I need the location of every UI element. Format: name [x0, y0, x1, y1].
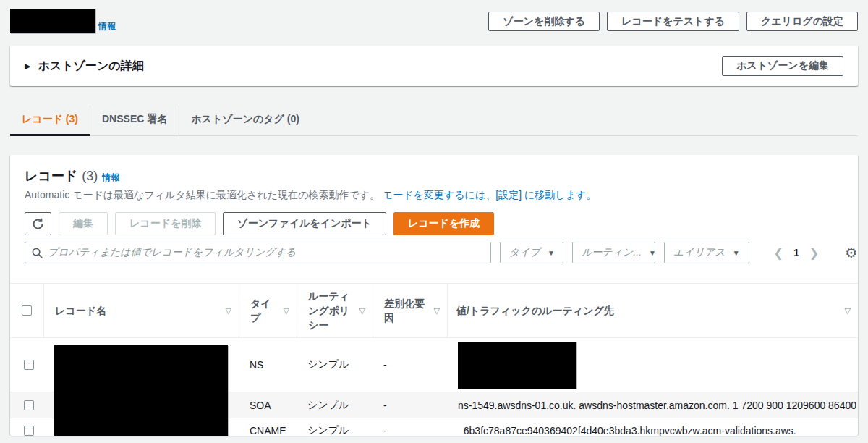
routing-filter-label: ルーティン...	[582, 246, 642, 259]
cell-type: SOA	[239, 394, 297, 417]
column-value: 値/トラフィックのルーティング先	[456, 303, 614, 318]
details-title: ホストゾーンの詳細	[38, 59, 143, 74]
expand-caret-icon: ▶	[25, 62, 30, 71]
refresh-icon	[32, 218, 44, 230]
filter-row: プロパティまたは値でレコードをフィルタリングする タイプ ▼ ルーティン... …	[10, 235, 858, 263]
cell-routing: シンプル	[297, 393, 373, 418]
create-record-button[interactable]: レコードを作成	[393, 212, 494, 235]
filter-placeholder: プロパティまたは値でレコードをフィルタリングする	[48, 246, 296, 259]
records-table: レコード名 ▽ タイプ ▽ ルーティングポリシー ▽ 差別化要因 ▽ 値/トラフ…	[10, 283, 858, 436]
sort-icon[interactable]: ▽	[430, 306, 440, 316]
delete-zone-button[interactable]: ゾーンを削除する	[488, 12, 600, 31]
column-routing-policy: ルーティングポリシー	[308, 289, 355, 333]
chevron-down-icon: ▼	[733, 249, 740, 257]
redacted-zone-name	[10, 9, 95, 33]
tab-records[interactable]: レコード (3)	[10, 106, 90, 135]
record-filter-input[interactable]: プロパティまたは値でレコードをフィルタリングする	[25, 242, 491, 263]
alias-filter-select[interactable]: エイリアス ▼	[664, 242, 749, 263]
pagination: ❮ 1 ❯	[774, 246, 820, 260]
records-panel: レコード (3) 情報 Automatic モードは最適なフィルタ結果に最適化さ…	[10, 155, 858, 436]
cell-routing: シンプル	[297, 418, 373, 436]
sort-icon[interactable]: ▽	[221, 306, 231, 316]
next-page-button[interactable]: ❯	[809, 246, 819, 260]
chevron-down-icon: ▼	[649, 249, 656, 257]
tab-dnssec-signing[interactable]: DNSSEC 署名	[90, 106, 179, 135]
sort-icon[interactable]: ▽	[355, 306, 365, 316]
test-records-button[interactable]: レコードをテストする	[607, 12, 739, 31]
import-zone-file-button[interactable]: ゾーンファイルをインポート	[223, 212, 386, 235]
column-differentiator: 差別化要因	[384, 296, 430, 326]
header-actions: ゾーンを削除する レコードをテストする クエリログの設定	[488, 9, 858, 31]
routing-filter-select[interactable]: ルーティン... ▼	[572, 242, 655, 263]
sort-icon[interactable]: ▽	[841, 306, 851, 316]
cell-differentiator: -	[373, 394, 447, 417]
cell-differentiator: -	[373, 419, 447, 436]
records-header: レコード (3) 情報 Automatic モードは最適なフィルタ結果に最適化さ…	[10, 155, 858, 202]
zone-info-link[interactable]: 情報	[98, 20, 116, 33]
current-page-number: 1	[793, 247, 799, 258]
edit-record-button[interactable]: 編集	[59, 212, 108, 235]
type-filter-select[interactable]: タイプ ▼	[500, 242, 563, 263]
records-description: Automatic モードは最適なフィルタ結果に最適化された現在の検索動作です。…	[25, 189, 843, 202]
type-filter-label: タイプ	[509, 246, 540, 259]
cell-value	[447, 342, 858, 389]
zone-title-area: 情報	[10, 9, 116, 33]
records-count: (3)	[82, 169, 98, 184]
cell-routing: シンプル	[297, 353, 373, 377]
edit-hosted-zone-button[interactable]: ホストゾーンを編集	[722, 56, 843, 76]
tab-hosted-zone-tags[interactable]: ホストゾーンのタグ (0)	[179, 106, 311, 135]
alias-filter-label: エイリアス	[673, 246, 726, 259]
delete-record-button[interactable]: レコードを削除	[115, 212, 216, 235]
cell-value: _6b3fc78a87ce940369402f4d40e3bda3.hkmpvc…	[447, 419, 858, 436]
column-type: タイプ	[250, 296, 279, 326]
search-icon	[32, 248, 43, 258]
row-checkbox[interactable]	[24, 400, 34, 410]
records-info-link[interactable]: 情報	[102, 172, 119, 185]
select-all-checkbox[interactable]	[22, 305, 32, 316]
hosted-zone-details-panel: ▶ ホストゾーンの詳細 ホストゾーンを編集	[10, 46, 858, 86]
chevron-down-icon: ▼	[548, 249, 555, 257]
table-header-row: レコード名 ▽ タイプ ▽ ルーティングポリシー ▽ 差別化要因 ▽ 値/トラフ…	[10, 283, 858, 338]
cell-type: NS	[239, 353, 297, 376]
cell-differentiator: -	[373, 353, 447, 376]
redacted-record-value	[458, 342, 576, 389]
previous-page-button[interactable]: ❮	[774, 246, 783, 260]
sort-icon[interactable]: ▽	[279, 306, 289, 316]
redacted-record-names	[54, 345, 228, 436]
row-checkbox[interactable]	[24, 360, 34, 370]
route53-hosted-zone-page: 情報 ゾーンを削除する レコードをテストする クエリログの設定 ▶ ホストゾーン…	[0, 0, 868, 436]
details-expander[interactable]: ▶ ホストゾーンの詳細	[25, 59, 144, 74]
cell-value: ns-1549.awsdns-01.co.uk. awsdns-hostmast…	[447, 394, 858, 417]
refresh-button[interactable]	[25, 212, 51, 235]
records-title: レコード	[25, 167, 77, 185]
records-toolbar: 編集 レコードを削除 ゾーンファイルをインポート レコードを作成	[10, 202, 858, 235]
change-mode-link[interactable]: モードを変更するには、[設定] に移動します。	[383, 189, 596, 201]
tab-bar: レコード (3) DNSSEC 署名 ホストゾーンのタグ (0)	[10, 106, 858, 136]
cell-type: CNAME	[239, 419, 297, 436]
settings-gear-icon[interactable]: ⚙	[845, 246, 857, 260]
page-header: 情報 ゾーンを削除する レコードをテストする クエリログの設定	[10, 0, 858, 33]
records-description-text: Automatic モードは最適なフィルタ結果に最適化された現在の検索動作です。	[25, 189, 380, 201]
column-record-name: レコード名	[55, 303, 106, 318]
query-logging-button[interactable]: クエリログの設定	[746, 12, 858, 31]
row-checkbox[interactable]	[24, 426, 34, 436]
